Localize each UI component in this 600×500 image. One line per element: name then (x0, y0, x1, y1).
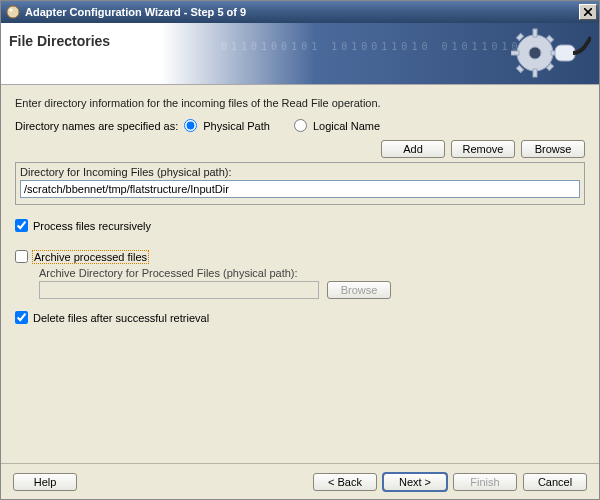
incoming-dir-group: Directory for Incoming Files (physical p… (15, 162, 585, 205)
logical-name-radio[interactable] (294, 119, 307, 132)
delete-row: Delete files after successful retrieval (15, 311, 585, 324)
svg-point-0 (7, 6, 19, 18)
incoming-dir-input[interactable] (20, 180, 580, 198)
svg-point-1 (10, 9, 13, 12)
page-title: File Directories (9, 33, 161, 49)
wizard-footer: Help < Back Next > Finish Cancel (1, 463, 599, 499)
app-icon (5, 4, 21, 20)
archive-files-checkbox[interactable] (15, 250, 28, 263)
process-recursively-checkbox[interactable] (15, 219, 28, 232)
back-button[interactable]: < Back (313, 473, 377, 491)
svg-rect-12 (555, 45, 575, 61)
physical-path-label: Physical Path (203, 120, 270, 132)
archive-dir-label: Archive Directory for Processed Files (p… (39, 267, 585, 279)
close-button[interactable] (579, 4, 597, 20)
help-button[interactable]: Help (13, 473, 77, 491)
svg-point-3 (529, 47, 541, 59)
recursive-row: Process files recursively (15, 219, 585, 232)
cancel-button[interactable]: Cancel (523, 473, 587, 491)
physical-path-radio[interactable] (184, 119, 197, 132)
wizard-banner: File Directories 0110100101 1010011010 0… (1, 23, 599, 85)
gear-plug-icon (511, 25, 591, 83)
directory-spec-label: Directory names are specified as: (15, 120, 178, 132)
add-button[interactable]: Add (381, 140, 445, 158)
next-button[interactable]: Next > (383, 473, 447, 491)
archive-row: Archive processed files (15, 250, 585, 263)
title-bar: Adapter Configuration Wizard - Step 5 of… (1, 1, 599, 23)
process-recursively-label: Process files recursively (33, 220, 151, 232)
delete-after-retrieval-checkbox[interactable] (15, 311, 28, 324)
window-title: Adapter Configuration Wizard - Step 5 of… (25, 6, 579, 18)
archive-browse-button: Browse (327, 281, 391, 299)
intro-text: Enter directory information for the inco… (15, 97, 585, 109)
svg-rect-4 (533, 29, 537, 37)
svg-rect-5 (533, 69, 537, 77)
wizard-content: Enter directory information for the inco… (1, 85, 599, 463)
incoming-dir-label: Directory for Incoming Files (physical p… (20, 166, 580, 178)
remove-button[interactable]: Remove (451, 140, 515, 158)
logical-name-label: Logical Name (313, 120, 380, 132)
delete-after-retrieval-label: Delete files after successful retrieval (33, 312, 209, 324)
directory-spec-row: Directory names are specified as: Physic… (15, 119, 585, 132)
finish-button: Finish (453, 473, 517, 491)
archive-files-label: Archive processed files (33, 251, 148, 263)
browse-button[interactable]: Browse (521, 140, 585, 158)
archive-dir-input (39, 281, 319, 299)
svg-rect-6 (511, 51, 519, 55)
